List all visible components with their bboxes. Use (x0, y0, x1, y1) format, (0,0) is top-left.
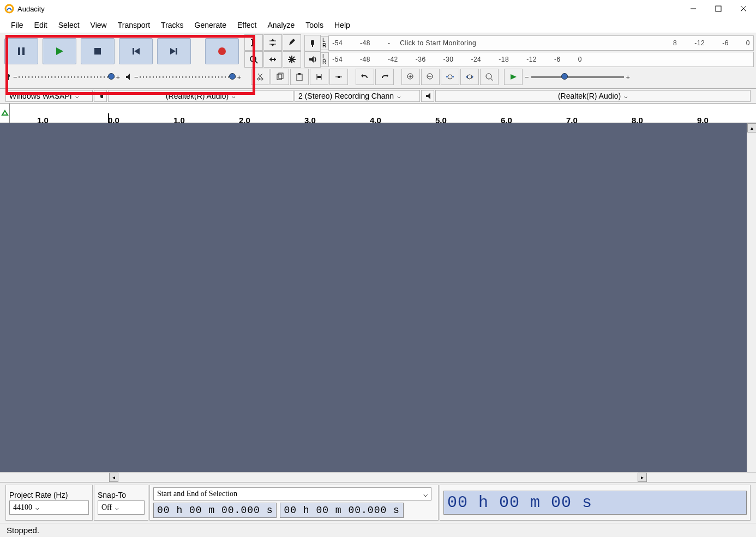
record-meter-icon[interactable] (304, 35, 321, 51)
app-title: Audacity (17, 5, 45, 13)
record-button[interactable] (205, 38, 239, 64)
copy-button[interactable] (271, 69, 289, 85)
redo-button[interactable] (375, 69, 394, 85)
stop-button[interactable] (81, 38, 115, 64)
multi-tool[interactable] (283, 51, 301, 68)
horizontal-scrollbar[interactable]: ◂ ▸ (0, 472, 756, 482)
menu-transport[interactable]: Transport (112, 19, 155, 32)
skip-end-button[interactable] (157, 38, 191, 64)
svg-point-63 (486, 74, 491, 79)
zoom-tool[interactable] (244, 51, 263, 68)
svg-marker-21 (289, 39, 295, 45)
playback-meter-lr: LR (321, 52, 328, 67)
svg-line-64 (491, 79, 493, 81)
svg-marker-7 (56, 47, 63, 55)
svg-marker-19 (271, 39, 274, 41)
playback-meter-icon[interactable] (304, 51, 321, 68)
menu-bar: File Edit Select View Transport Tracks G… (0, 17, 756, 33)
transport-toolbar (2, 36, 241, 67)
draw-tool[interactable] (283, 34, 301, 51)
paste-button[interactable] (290, 69, 309, 85)
close-button[interactable] (731, 0, 756, 17)
toolbar-area: LR -54 -48 - Click to Start Monitoring 8… (0, 33, 756, 89)
envelope-tool[interactable] (263, 34, 282, 51)
undo-button[interactable] (356, 69, 374, 85)
svg-line-23 (255, 61, 257, 63)
playback-volume-slider[interactable]: − + (123, 73, 243, 81)
pause-button[interactable] (4, 38, 38, 64)
svg-line-38 (259, 74, 262, 78)
selection-mode-select[interactable]: Start and End of Selection (153, 487, 431, 500)
app-icon (4, 4, 14, 14)
fit-project-button[interactable] (460, 69, 479, 85)
svg-rect-9 (133, 48, 134, 55)
timeline-ruler[interactable]: 1.0 0.0 1.0 2.0 3.0 4.0 5.0 6.0 7.0 8.0 … (0, 104, 756, 123)
selection-end-field[interactable]: 00 h 00 m 00.000 s (280, 503, 403, 518)
menu-view[interactable]: View (85, 19, 112, 32)
svg-marker-65 (511, 74, 517, 80)
menu-tracks[interactable]: Tracks (155, 19, 189, 32)
menu-select[interactable]: Select (53, 19, 85, 32)
zoom-out-button[interactable] (421, 69, 440, 85)
menu-generate[interactable]: Generate (189, 19, 232, 32)
mic-icon (4, 73, 12, 81)
scroll-up-arrow[interactable]: ▴ (747, 123, 756, 132)
audio-position-field[interactable]: 00 h 00 m 00 s (443, 491, 747, 515)
selection-toolbar: Project Rate (Hz) 44100 Snap-To Off Star… (0, 482, 756, 523)
snap-to-select[interactable]: Off (98, 500, 145, 515)
skip-start-button[interactable] (119, 38, 153, 64)
menu-analyze[interactable]: Analyze (262, 19, 301, 32)
menu-edit[interactable]: Edit (29, 19, 53, 32)
svg-rect-5 (18, 47, 20, 55)
scroll-left-arrow[interactable]: ◂ (109, 473, 118, 482)
menu-tools[interactable]: Tools (300, 19, 329, 32)
silence-button[interactable] (329, 69, 348, 85)
menu-help[interactable]: Help (329, 19, 356, 32)
maximize-button[interactable] (706, 0, 731, 17)
svg-marker-66 (426, 93, 430, 99)
cut-button[interactable] (251, 69, 269, 85)
play-at-speed-toolbar: − + (504, 69, 630, 85)
svg-marker-35 (126, 74, 130, 80)
monitoring-hint[interactable]: Click to Start Monitoring (400, 39, 476, 47)
audio-host-select[interactable]: Windows WASAPI (5, 90, 93, 102)
record-channels-select[interactable]: 2 (Stereo) Recording Chann (295, 90, 420, 102)
zoom-in-button[interactable] (401, 69, 420, 85)
svg-point-13 (218, 47, 226, 55)
zoom-toggle-button[interactable] (480, 69, 499, 85)
menu-effect[interactable]: Effect (232, 19, 262, 32)
play-at-speed-button[interactable] (504, 69, 523, 85)
timeline-pin-icon[interactable] (0, 104, 10, 123)
timeshift-tool[interactable] (263, 51, 282, 68)
minimize-button[interactable] (681, 0, 706, 17)
svg-marker-62 (472, 75, 473, 79)
svg-marker-67 (2, 111, 8, 115)
project-rate-select[interactable]: 44100 (9, 500, 89, 515)
edit-toolbar (251, 69, 348, 85)
selection-tool[interactable] (244, 34, 263, 51)
svg-rect-43 (298, 73, 301, 75)
snap-to-label: Snap-To (98, 491, 145, 499)
scroll-right-arrow[interactable]: ▸ (638, 473, 647, 482)
play-button[interactable] (43, 38, 76, 64)
menu-file[interactable]: File (5, 19, 29, 32)
track-area[interactable] (0, 123, 756, 472)
record-meter[interactable]: -54 -48 - Click to Start Monitoring 8 -1… (328, 35, 754, 51)
svg-rect-6 (22, 47, 25, 55)
fit-selection-button[interactable] (441, 69, 459, 85)
svg-marker-26 (274, 57, 276, 62)
vertical-scrollbar[interactable]: ▴ (747, 123, 756, 472)
svg-marker-10 (134, 48, 140, 55)
playback-device-icon (421, 90, 434, 102)
svg-marker-20 (271, 44, 274, 46)
playback-meter[interactable]: -54 -48 -42 -36 -30 -24 -18 -12 -6 0 (328, 52, 754, 67)
playback-device-select[interactable]: (Realtek(R) Audio) (435, 90, 751, 102)
selection-start-field[interactable]: 00 h 00 m 00.000 s (153, 503, 277, 518)
playback-speed-slider[interactable] (531, 76, 624, 78)
svg-rect-8 (94, 48, 101, 55)
record-volume-slider[interactable]: − + (2, 73, 122, 81)
svg-rect-46 (317, 76, 321, 78)
trim-button[interactable] (310, 69, 328, 85)
speaker-icon (125, 73, 133, 81)
record-device-select[interactable]: (Realtek(R) Audio) (108, 90, 293, 102)
